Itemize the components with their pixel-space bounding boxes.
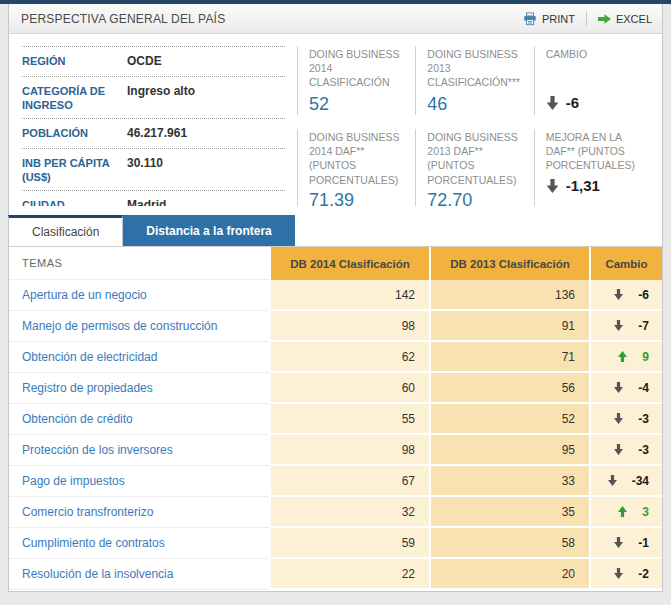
- ranking-stats-grid: DOING BUSINESS 2014 CLASIFICACIÓN 52 DOI…: [297, 46, 652, 196]
- country-info-list: REGIÓN OCDE CATEGORÍA DE INGRESO Ingreso…: [14, 46, 297, 196]
- change-value: -2: [638, 567, 649, 581]
- stat-change: -6: [546, 94, 648, 111]
- change-value: -1: [638, 536, 649, 550]
- db2014-rank-cell: 60: [271, 373, 429, 404]
- change-cell: 9: [591, 342, 662, 373]
- topic-link[interactable]: Obtención de electricidad: [22, 350, 157, 364]
- tab-clasificacion[interactable]: Clasificación: [8, 215, 123, 246]
- table-row: Comercio transfronterizo 32 35 3: [9, 497, 662, 528]
- topic-link[interactable]: Apertura de un negocio: [22, 288, 147, 302]
- stat-label: CAMBIO: [546, 47, 648, 91]
- change-value: 3: [642, 505, 649, 519]
- topic-link[interactable]: Manejo de permisos de construcción: [22, 319, 217, 333]
- change-arrow-icon: [546, 96, 559, 110]
- stat-label: MEJORA EN LA DAF** (PUNTOS PORCENTUALES): [546, 130, 648, 174]
- info-value: Madrid: [119, 198, 166, 206]
- db2014-rank-cell: 55: [271, 404, 429, 435]
- change-arrow-icon: [614, 444, 623, 455]
- db2014-rank-cell: 98: [271, 311, 429, 342]
- topic-link[interactable]: Pago de impuestos: [22, 474, 125, 488]
- stat-cell: DOING BUSINESS 2013 CLASIFICACIÓN*** 46: [415, 46, 533, 115]
- change-cell: 3: [591, 497, 662, 528]
- db2013-rank-cell: 20: [431, 559, 589, 590]
- change-value: -6: [638, 288, 649, 302]
- change-cell: -7: [591, 311, 662, 342]
- info-value: 30.110: [119, 156, 163, 185]
- db2014-rank-cell: 98: [271, 435, 429, 466]
- stat-cell: DOING BUSINESS 2013 DAF** (PUNTOS PORCEN…: [415, 129, 533, 206]
- change-arrow-icon: [618, 506, 627, 517]
- topic-cell: Cumplimiento de contratos: [9, 528, 269, 559]
- info-label: INB PER CÁPITA (US$): [22, 156, 119, 185]
- stat-change-cell: MEJORA EN LA DAF** (PUNTOS PORCENTUALES)…: [534, 129, 652, 206]
- table-body: Apertura de un negocio 142 136 -6 Manejo…: [9, 280, 662, 590]
- stat-change-value: -6: [566, 94, 579, 111]
- info-row: REGIÓN OCDE: [22, 46, 285, 76]
- stat-label: DOING BUSINESS 2014 DAF** (PUNTOS PORCEN…: [309, 130, 411, 187]
- info-row: CATEGORÍA DE INGRESO Ingreso alto: [22, 76, 285, 119]
- change-cell: -1: [591, 528, 662, 559]
- db2013-rank-cell: 56: [431, 373, 589, 404]
- db2014-rank-cell: 67: [271, 466, 429, 497]
- info-row: INB PER CÁPITA (US$) 30.110: [22, 148, 285, 191]
- db2013-rank-cell: 33: [431, 466, 589, 497]
- change-cell: -3: [591, 404, 662, 435]
- info-value: 46.217.961: [119, 126, 187, 142]
- stat-label: DOING BUSINESS 2013 CLASIFICACIÓN***: [427, 47, 529, 91]
- change-cell: -3: [591, 435, 662, 466]
- info-label: CATEGORÍA DE INGRESO: [22, 84, 119, 113]
- db2013-rank-cell: 71: [431, 342, 589, 373]
- change-cell: -4: [591, 373, 662, 404]
- change-value: 9: [642, 350, 649, 364]
- page-title: PERSPECTIVA GENERAL DEL PAÍS: [21, 12, 225, 26]
- topic-link[interactable]: Cumplimiento de contratos: [22, 536, 165, 550]
- topic-link[interactable]: Comercio transfronterizo: [22, 505, 153, 519]
- info-row: POBLACIÓN 46.217.961: [22, 118, 285, 148]
- excel-export-arrow-icon: [598, 13, 611, 25]
- topic-link[interactable]: Resolución de la insolvencia: [22, 567, 173, 581]
- topic-cell: Pago de impuestos: [9, 466, 269, 497]
- excel-export-button[interactable]: EXCEL: [598, 13, 652, 25]
- db2014-rank-cell: 142: [271, 280, 429, 311]
- excel-label: EXCEL: [616, 13, 652, 25]
- topic-cell: Protección de los inversores: [9, 435, 269, 466]
- titlebar-tools: PRINT EXCEL: [523, 11, 652, 26]
- stat-cell: DOING BUSINESS 2014 DAF** (PUNTOS PORCEN…: [297, 129, 415, 206]
- change-arrow-icon: [546, 179, 559, 193]
- db2013-rank-cell: 95: [431, 435, 589, 466]
- print-button[interactable]: PRINT: [523, 12, 575, 26]
- topic-link[interactable]: Registro de propiedades: [22, 381, 153, 395]
- stat-change-value: -1,31: [566, 177, 600, 194]
- change-arrow-icon: [614, 320, 623, 331]
- db2014-rank-cell: 32: [271, 497, 429, 528]
- table-row: Cumplimiento de contratos 59 58 -1: [9, 528, 662, 559]
- db2013-rank-cell: 52: [431, 404, 589, 435]
- table-row: Pago de impuestos 67 33 -34: [9, 466, 662, 497]
- change-arrow-icon: [614, 413, 623, 424]
- topic-link[interactable]: Obtención de crédito: [22, 412, 133, 426]
- change-value: -3: [638, 412, 649, 426]
- stat-value: 52: [309, 94, 411, 115]
- printer-icon: [523, 12, 537, 26]
- change-cell: -34: [591, 466, 662, 497]
- titlebar: PERSPECTIVA GENERAL DEL PAÍS PRINT: [9, 4, 662, 34]
- change-cell: -6: [591, 280, 662, 311]
- stat-change-cell: CAMBIO -6: [534, 46, 652, 115]
- info-label: REGIÓN: [22, 54, 119, 70]
- topic-cell: Obtención de crédito: [9, 404, 269, 435]
- topic-cell: Registro de propiedades: [9, 373, 269, 404]
- topic-link[interactable]: Protección de los inversores: [22, 443, 173, 457]
- header-db2013: DB 2013 Clasificación: [431, 247, 589, 280]
- table-row: Manejo de permisos de construcción 98 91…: [9, 311, 662, 342]
- tab-distancia-frontera[interactable]: Distancia a la frontera: [123, 215, 294, 246]
- info-label: CIUDAD CUBIERTA: [22, 198, 119, 206]
- db2013-rank-cell: 91: [431, 311, 589, 342]
- tab-bar: Clasificación Distancia a la frontera: [9, 215, 662, 246]
- change-value: -34: [632, 474, 649, 488]
- table-row: Obtención de electricidad 62 71 9: [9, 342, 662, 373]
- db2014-rank-cell: 59: [271, 528, 429, 559]
- table-row: Resolución de la insolvencia 22 20 -2: [9, 559, 662, 590]
- change-arrow-icon: [614, 537, 623, 548]
- topic-cell: Resolución de la insolvencia: [9, 559, 269, 590]
- tools-divider: [586, 11, 587, 26]
